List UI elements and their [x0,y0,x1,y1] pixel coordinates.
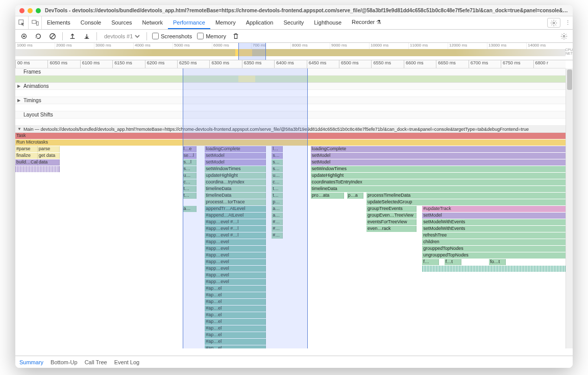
flame-left[interactable]: get data [38,153,60,159]
flame-mid-wide[interactable]: #ap…el [205,345,266,348]
flame-right-b2b[interactable]: #updateTrack [422,206,573,212]
flame-mid-wide[interactable]: #ap…el [205,312,266,318]
flame-mid-narrow[interactable]: l…e [183,146,197,152]
flame-mid-wide[interactable]: #app…evel [205,279,266,285]
flame-mid-wide[interactable]: timelineData [205,193,266,199]
flame-mid-narrow2[interactable]: u… [272,173,283,179]
flame-mid-narrow[interactable]: u… [183,173,197,179]
flame-stripe[interactable] [15,166,60,172]
flame-right-b2b[interactable]: setModel [422,213,573,219]
tab-sources[interactable]: Sources [106,16,137,29]
flame-mid-wide[interactable]: #app…evel [205,259,266,265]
bottom-tab-bottomup[interactable]: Bottom-Up [51,359,78,365]
overview-selection[interactable] [238,43,266,60]
flame-mid-narrow2[interactable]: s… [272,166,283,172]
flame-right-b2b[interactable]: setModelWithEvents [422,226,573,232]
overview-minimap[interactable]: 1000 ms2000 ms3000 ms4000 ms5000 ms6000 … [15,43,573,60]
microtasks-bar[interactable]: Run Microtasks [15,139,573,146]
frames-track[interactable] [15,76,573,83]
flame-left[interactable]: data [38,159,60,166]
flame-mid-wide[interactable]: #ap…el [205,286,266,292]
flame-right-c[interactable]: refreshTree [422,232,573,239]
zoom-window-icon[interactable] [36,8,41,13]
memory-checkbox[interactable]: Memory [197,33,226,39]
flame-mid-wide[interactable]: #app…evel [205,266,266,272]
tab-application[interactable]: Application [241,16,279,29]
flame-mid-narrow[interactable]: s…l [183,159,197,166]
flame-mid-wide[interactable]: updateHighlight [205,173,266,179]
flame-mid-narrow2[interactable]: s… [272,153,283,159]
flame-mid-narrow[interactable]: t… [183,186,197,192]
flame-mid-narrow2[interactable]: l… [272,146,283,152]
tab-console[interactable]: Console [76,16,106,29]
flame-mid-wide[interactable]: timelineData [205,186,266,192]
flame-mid-wide[interactable]: #ap…el [205,325,266,332]
flame-right-c[interactable]: ungrouppedTopNodes [422,252,573,259]
flame-mid-narrow2[interactable]: #… [272,219,283,225]
flame-mid-wide[interactable]: #app…evel [205,246,266,252]
tab-network[interactable]: Network [137,16,168,29]
flame-mid-wide[interactable]: #app…evel #…l [205,226,266,232]
bottom-tab-summary[interactable]: Summary [19,359,43,365]
flame-mid-wide[interactable]: #app…evel [205,239,266,245]
flame-mid-wide[interactable]: #ap…el [205,299,266,305]
settings-icon[interactable] [547,18,560,28]
inspect-element-icon[interactable] [15,16,29,29]
flame-left[interactable]: #parse [15,146,38,152]
flame-right-a[interactable]: setModel [311,159,573,166]
flame-right-b2a[interactable]: groupEven…TreeView [366,213,416,219]
download-icon[interactable] [82,32,91,41]
bottom-tab-eventlog[interactable]: Event Log [114,359,140,365]
flame-mid-narrow[interactable]: c… [183,179,197,185]
flame-mid-wide[interactable]: #ap…el [205,339,266,345]
flame-mid-wide[interactable]: #ap…el [205,332,266,338]
timings-track-header[interactable]: ▶Timings [15,97,573,104]
flame-right-csmall[interactable]: f… [422,259,439,265]
time-ruler[interactable]: 00 ms6050 ms6100 ms6150 ms6200 ms6250 ms… [15,60,566,68]
vertical-scrollbar[interactable] [566,68,573,348]
tab-recorder[interactable]: Recorder ⚗ [347,16,386,29]
flame-mid-wide[interactable]: processt…torTrace [205,199,266,205]
flame-left[interactable]: build…Calls [15,159,38,166]
flame-right-a[interactable]: coordinatesToEntryIndex [311,179,573,185]
flame-right-b2a[interactable]: even…rack [366,226,416,232]
flame-right-b[interactable]: updateSelectedGroup [366,199,573,205]
device-toolbar-icon[interactable] [29,16,42,29]
flame-right-b2a[interactable]: eventsForTreeView [366,219,416,225]
flame-left[interactable]: parse [38,146,60,152]
flame-mid-narrow2[interactable]: a… [272,213,283,219]
flame-right-a2[interactable]: pro…ata [311,193,345,199]
tab-security[interactable]: Security [278,16,309,29]
flame-mid-narrow[interactable]: a… [183,206,197,212]
flame-mid-wide[interactable]: setModel [205,153,266,159]
layoutshifts-track-header[interactable]: Layout Shifts [15,111,573,119]
tab-performance[interactable]: Performance [168,16,210,29]
flame-right-a[interactable]: updateHighlight [311,173,573,179]
flame-right-a2[interactable]: p…a [347,193,364,199]
flame-mid-narrow[interactable]: se…l [183,153,197,159]
flame-mid-wide[interactable]: setWindowTimes [205,166,266,172]
flame-right-a[interactable]: setWindowTimes [311,166,573,172]
trash-icon[interactable] [231,32,240,41]
flame-mid-wide[interactable]: #app…evel [205,272,266,278]
flame-stripe[interactable] [422,266,573,272]
flame-mid-wide[interactable]: coordina…tryIndex [205,179,266,185]
frames-track-header[interactable]: Frames [15,68,573,76]
flame-right-a[interactable]: loadingComplete [311,146,573,152]
capture-settings-icon[interactable] [559,32,569,41]
flame-mid-narrow2[interactable]: c… [272,179,283,185]
flame-mid-narrow[interactable]: s… [183,166,197,172]
flame-mid-narrow[interactable]: t… [183,193,197,199]
flame-mid-wide[interactable]: #ap…el [205,319,266,325]
flame-right-csmall[interactable]: f…t [445,259,461,265]
bottom-tab-calltree[interactable]: Call Tree [85,359,107,365]
recording-dropdown[interactable]: devtools #1 [102,33,141,40]
flame-mid-wide[interactable]: #ap…el [205,292,266,298]
tab-lighthouse[interactable]: Lighthouse [309,16,347,29]
flame-mid-wide[interactable]: #append…AtLevel [205,213,266,219]
flame-mid-narrow2[interactable]: t… [272,186,283,192]
flame-mid-wide[interactable]: setModel [205,159,266,166]
upload-icon[interactable] [68,32,77,41]
flame-mid-narrow2[interactable]: p… [272,199,283,205]
flame-right-csmall[interactable]: fo…t [489,259,506,265]
